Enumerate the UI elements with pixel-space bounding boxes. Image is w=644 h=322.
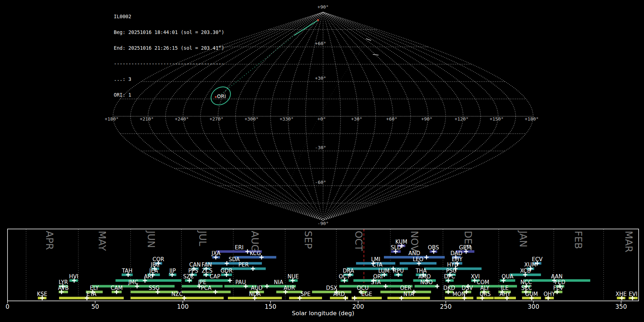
shower-label-DKD: DKD (443, 285, 455, 291)
shower-label-DSX: DSX (326, 285, 337, 291)
shower-bar-NTA (387, 297, 430, 299)
lat-label: -30° (315, 145, 326, 150)
shower-label-ARI: ARI (144, 273, 153, 280)
shower-label-SSG: SSG (149, 285, 160, 291)
lon-label: +240° (175, 116, 189, 122)
lon-label: +90° (421, 116, 432, 122)
ori-count: ORI: 1 (114, 92, 224, 98)
shower-peak-marker-PER (251, 267, 255, 271)
separator-line: -------------------------------------- (114, 61, 224, 67)
axis-tick-label: 350 (615, 303, 627, 310)
trail-backtrack-dotted (219, 35, 294, 96)
shower-label-EVI: EVI (629, 291, 637, 297)
shower-peak-marker-ERI (245, 249, 250, 254)
shower-label-SCC: SCC (521, 285, 532, 291)
shower-label-MON: MON (453, 291, 465, 297)
month-label: NOV (409, 231, 420, 252)
shower-peak-marker-STA (384, 284, 388, 288)
shower-label-NTA: NTA (404, 291, 414, 297)
shower-peak-marker-NIA (265, 284, 269, 288)
shower-peak-marker-PCA (213, 290, 218, 294)
axis-tick-label: 0 (6, 303, 10, 310)
shower-label-JMC: JMC (128, 279, 138, 286)
shower-label-HYD: HYD (447, 262, 459, 268)
shower-label-DSV: DSV (462, 285, 473, 291)
shower-bar-DSX (312, 291, 351, 293)
shower-label-FAN: FAN (202, 262, 212, 268)
shower-label-JIP: JIP (169, 268, 176, 274)
shower-bar-SDA (206, 262, 262, 265)
month-label: MAY (97, 231, 108, 251)
shower-label-AUR: AUR (284, 285, 295, 291)
lon-label: +270° (209, 116, 223, 122)
axis-tick-label: 200 (352, 303, 364, 310)
shower-label-SLD: SLD (391, 244, 401, 251)
shower-label-DAD: DAD (450, 250, 462, 257)
lat-label: +60° (315, 41, 326, 46)
end-time: End: 20251016 21:26:15 (sol = 203.41°) (114, 45, 224, 51)
shower-peak-marker-NTA (399, 296, 404, 300)
meteor-observation-screen: +180°+150°+120°+90°+60°+30°+0°+330°+300°… (0, 0, 644, 322)
shower-label-OHY: OHY (543, 291, 555, 297)
lon-label: +180° (525, 116, 538, 122)
shower-label-FEV: FEV (553, 285, 564, 291)
shower-bar-JMC (92, 285, 175, 288)
shower-label-URS: URS (480, 291, 491, 297)
lat-label: +30° (315, 75, 326, 81)
station-id: IL0002 (114, 14, 224, 19)
shower-label-KCG: KCG (250, 250, 261, 257)
month-label: OCT (353, 231, 364, 251)
shower-label-OBS: OBS (428, 244, 439, 251)
shower-label-GDR: GDR (220, 268, 233, 274)
lon-label: +330° (279, 116, 293, 122)
shower-bar-KCG (234, 256, 276, 259)
lat-label: -60° (315, 180, 326, 185)
shower-bar-NOO (415, 285, 438, 288)
shower-label-KSE: KSE (37, 291, 47, 297)
shower-label-AVB: AVB (58, 285, 69, 291)
begin-time: Beg: 20251016 18:44:01 (sol = 203.30°) (114, 30, 224, 35)
sporadic-meteor-dash (373, 54, 379, 55)
shower-label-EGE: EGE (361, 291, 372, 297)
shower-label-LEO: LEO (413, 256, 424, 263)
axis-tick-label: 250 (440, 303, 452, 310)
shower-label-CTA: CTA (372, 262, 382, 268)
shower-label-TAH: TAH (122, 268, 133, 274)
axis-tick-label: 300 (528, 303, 539, 310)
lat-label: -90° (317, 221, 328, 226)
month-label: MAR (623, 231, 634, 253)
shower-label-PER: PER (238, 262, 249, 268)
shower-peak-marker-NOO (435, 284, 439, 288)
shower-label-SZC: SZC (183, 273, 194, 280)
shower-bar-PCA (182, 291, 231, 293)
sky-map-and-timeline-plot: +180°+150°+120°+90°+60°+30°+0°+330°+300°… (0, 0, 644, 322)
lon-label: +210° (140, 116, 153, 122)
shower-label-NZC: NZC (171, 291, 183, 297)
shower-bar-SPE (289, 297, 322, 299)
axis-title: Solar longitude (deg) (292, 310, 354, 317)
shower-label-CAN: CAN (189, 262, 201, 268)
shower-label-STA: STA (371, 279, 381, 286)
shower-label-XHE: XHE (615, 291, 626, 297)
shower-label-OCT: OCT (339, 273, 350, 280)
month-label: JUL (197, 230, 208, 246)
shower-bar-SSG (131, 291, 178, 293)
shower-label-NUE: NUE (288, 273, 299, 280)
shower-label-ILE: ILE (501, 285, 508, 291)
timeline: APRMAYJUNJULAUGSEPOCTNOVDECJANFEBMARKUME… (6, 229, 639, 317)
shower-bar-URS (477, 297, 494, 299)
sporadic-count: ...: 3 (114, 77, 224, 82)
shower-label-ALY: ALY (480, 285, 490, 291)
lon-label: +150° (489, 116, 503, 122)
shower-label-AHY: AHY (499, 291, 511, 297)
shower-label-GUM: GUM (525, 291, 538, 297)
shower-label-ETA: ETA (87, 291, 97, 297)
shower-label-NOO: NOO (420, 279, 433, 286)
axis-tick-label: 50 (91, 303, 99, 310)
lon-label: +120° (454, 116, 468, 122)
shower-label-CAP: CAP (210, 273, 220, 280)
shower-bar-NZC (131, 297, 224, 299)
shower-label-ELY: ELY (90, 285, 99, 291)
shower-bar-ARI (116, 279, 181, 282)
shower-label-OER: OER (400, 285, 411, 291)
